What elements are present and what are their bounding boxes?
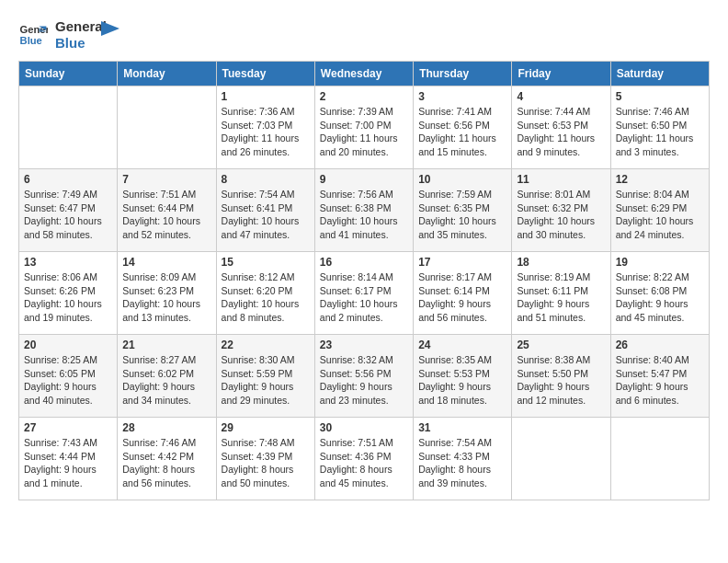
- calendar-cell: 16Sunrise: 8:14 AM Sunset: 6:17 PM Dayli…: [314, 252, 413, 335]
- day-number: 3: [418, 90, 506, 103]
- calendar-cell: 23Sunrise: 8:32 AM Sunset: 5:56 PM Dayli…: [314, 335, 413, 418]
- day-info: Sunrise: 8:22 AM Sunset: 6:08 PM Dayligh…: [616, 270, 704, 325]
- calendar-cell: [512, 418, 610, 500]
- calendar-cell: 30Sunrise: 7:51 AM Sunset: 4:36 PM Dayli…: [314, 418, 413, 500]
- header-sunday: Sunday: [19, 62, 118, 86]
- day-info: Sunrise: 8:32 AM Sunset: 5:56 PM Dayligh…: [320, 353, 408, 408]
- calendar-cell: 26Sunrise: 8:40 AM Sunset: 5:47 PM Dayli…: [610, 335, 709, 418]
- day-info: Sunrise: 8:40 AM Sunset: 5:47 PM Dayligh…: [616, 353, 704, 408]
- day-number: 2: [320, 90, 408, 103]
- header-saturday: Saturday: [610, 62, 709, 86]
- calendar-cell: [610, 418, 709, 500]
- logo-general: General: [55, 18, 107, 35]
- day-number: 18: [517, 256, 605, 269]
- day-info: Sunrise: 8:01 AM Sunset: 6:32 PM Dayligh…: [517, 188, 605, 242]
- calendar-cell: 20Sunrise: 8:25 AM Sunset: 6:05 PM Dayli…: [19, 335, 118, 418]
- day-number: 19: [616, 256, 704, 269]
- calendar-header-row: SundayMondayTuesdayWednesdayThursdayFrid…: [19, 62, 710, 86]
- day-number: 10: [418, 173, 506, 186]
- day-number: 28: [122, 421, 210, 434]
- day-number: 30: [320, 421, 408, 434]
- day-number: 7: [122, 173, 210, 186]
- calendar-cell: [118, 86, 216, 169]
- day-info: Sunrise: 8:35 AM Sunset: 5:53 PM Dayligh…: [418, 353, 506, 408]
- day-number: 31: [418, 421, 506, 434]
- day-number: 9: [320, 173, 408, 186]
- calendar-table: SundayMondayTuesdayWednesdayThursdayFrid…: [18, 61, 710, 500]
- day-info: Sunrise: 7:59 AM Sunset: 6:35 PM Dayligh…: [418, 188, 506, 242]
- day-number: 5: [616, 90, 704, 103]
- calendar-cell: 27Sunrise: 7:43 AM Sunset: 4:44 PM Dayli…: [19, 418, 118, 500]
- calendar-cell: 31Sunrise: 7:54 AM Sunset: 4:33 PM Dayli…: [414, 418, 512, 500]
- calendar-week-row: 13Sunrise: 8:06 AM Sunset: 6:26 PM Dayli…: [19, 252, 710, 335]
- day-info: Sunrise: 8:06 AM Sunset: 6:26 PM Dayligh…: [24, 270, 112, 325]
- day-info: Sunrise: 7:56 AM Sunset: 6:38 PM Dayligh…: [320, 188, 408, 242]
- day-info: Sunrise: 8:04 AM Sunset: 6:29 PM Dayligh…: [616, 188, 704, 242]
- day-number: 26: [616, 339, 704, 351]
- day-info: Sunrise: 8:17 AM Sunset: 6:14 PM Dayligh…: [418, 270, 506, 325]
- calendar-cell: 3Sunrise: 7:41 AM Sunset: 6:56 PM Daylig…: [414, 86, 512, 169]
- day-number: 21: [122, 339, 210, 351]
- calendar-cell: 5Sunrise: 7:46 AM Sunset: 6:50 PM Daylig…: [610, 86, 709, 169]
- calendar-cell: [19, 86, 118, 169]
- calendar-cell: 11Sunrise: 8:01 AM Sunset: 6:32 PM Dayli…: [512, 169, 610, 252]
- calendar-cell: 8Sunrise: 7:54 AM Sunset: 6:41 PM Daylig…: [216, 169, 314, 252]
- header-monday: Monday: [118, 62, 216, 86]
- svg-text:Blue: Blue: [20, 35, 42, 46]
- day-info: Sunrise: 8:14 AM Sunset: 6:17 PM Dayligh…: [320, 270, 408, 325]
- day-number: 13: [24, 256, 112, 269]
- calendar-cell: 9Sunrise: 7:56 AM Sunset: 6:38 PM Daylig…: [314, 169, 413, 252]
- logo-arrow-icon: [101, 21, 119, 40]
- calendar-week-row: 27Sunrise: 7:43 AM Sunset: 4:44 PM Dayli…: [19, 418, 710, 500]
- day-info: Sunrise: 7:49 AM Sunset: 6:47 PM Dayligh…: [24, 188, 112, 242]
- header-wednesday: Wednesday: [314, 62, 413, 86]
- day-number: 20: [24, 339, 112, 351]
- day-number: 16: [320, 256, 408, 269]
- day-info: Sunrise: 8:30 AM Sunset: 5:59 PM Dayligh…: [222, 353, 310, 408]
- header-thursday: Thursday: [414, 62, 512, 86]
- day-number: 1: [222, 90, 310, 103]
- calendar-cell: 15Sunrise: 8:12 AM Sunset: 6:20 PM Dayli…: [216, 252, 314, 335]
- calendar-cell: 22Sunrise: 8:30 AM Sunset: 5:59 PM Dayli…: [216, 335, 314, 418]
- logo: General Blue General Blue: [18, 18, 119, 52]
- day-info: Sunrise: 7:41 AM Sunset: 6:56 PM Dayligh…: [418, 105, 506, 159]
- day-info: Sunrise: 8:12 AM Sunset: 6:20 PM Dayligh…: [222, 270, 310, 325]
- calendar-week-row: 20Sunrise: 8:25 AM Sunset: 6:05 PM Dayli…: [19, 335, 710, 418]
- day-number: 4: [517, 90, 605, 103]
- svg-marker-4: [101, 21, 119, 36]
- calendar-week-row: 6Sunrise: 7:49 AM Sunset: 6:47 PM Daylig…: [19, 169, 710, 252]
- calendar-cell: 13Sunrise: 8:06 AM Sunset: 6:26 PM Dayli…: [19, 252, 118, 335]
- day-number: 6: [24, 173, 112, 186]
- day-info: Sunrise: 7:39 AM Sunset: 7:00 PM Dayligh…: [320, 105, 408, 159]
- day-info: Sunrise: 7:51 AM Sunset: 4:36 PM Dayligh…: [320, 436, 408, 490]
- day-info: Sunrise: 7:36 AM Sunset: 7:03 PM Dayligh…: [222, 105, 310, 159]
- calendar-cell: 25Sunrise: 8:38 AM Sunset: 5:50 PM Dayli…: [512, 335, 610, 418]
- day-number: 24: [418, 339, 506, 351]
- day-number: 8: [222, 173, 310, 186]
- day-info: Sunrise: 8:27 AM Sunset: 6:02 PM Dayligh…: [122, 353, 210, 408]
- header-friday: Friday: [512, 62, 610, 86]
- day-number: 12: [616, 173, 704, 186]
- header-tuesday: Tuesday: [216, 62, 314, 86]
- day-info: Sunrise: 8:38 AM Sunset: 5:50 PM Dayligh…: [517, 353, 605, 408]
- calendar-week-row: 1Sunrise: 7:36 AM Sunset: 7:03 PM Daylig…: [19, 86, 710, 169]
- calendar-cell: 19Sunrise: 8:22 AM Sunset: 6:08 PM Dayli…: [610, 252, 709, 335]
- calendar-cell: 29Sunrise: 7:48 AM Sunset: 4:39 PM Dayli…: [216, 418, 314, 500]
- day-number: 25: [517, 339, 605, 351]
- day-info: Sunrise: 8:19 AM Sunset: 6:11 PM Dayligh…: [517, 270, 605, 325]
- calendar-cell: 28Sunrise: 7:46 AM Sunset: 4:42 PM Dayli…: [118, 418, 216, 500]
- day-info: Sunrise: 7:48 AM Sunset: 4:39 PM Dayligh…: [222, 436, 310, 490]
- day-info: Sunrise: 7:51 AM Sunset: 6:44 PM Dayligh…: [122, 188, 210, 242]
- calendar-cell: 4Sunrise: 7:44 AM Sunset: 6:53 PM Daylig…: [512, 86, 610, 169]
- day-number: 14: [122, 256, 210, 269]
- calendar-cell: 10Sunrise: 7:59 AM Sunset: 6:35 PM Dayli…: [414, 169, 512, 252]
- day-info: Sunrise: 7:54 AM Sunset: 4:33 PM Dayligh…: [418, 436, 506, 490]
- day-info: Sunrise: 7:46 AM Sunset: 6:50 PM Dayligh…: [616, 105, 704, 159]
- calendar-cell: 1Sunrise: 7:36 AM Sunset: 7:03 PM Daylig…: [216, 86, 314, 169]
- day-info: Sunrise: 7:46 AM Sunset: 4:42 PM Dayligh…: [122, 436, 210, 490]
- calendar-cell: 24Sunrise: 8:35 AM Sunset: 5:53 PM Dayli…: [414, 335, 512, 418]
- logo-blue: Blue: [55, 35, 107, 52]
- calendar-cell: 12Sunrise: 8:04 AM Sunset: 6:29 PM Dayli…: [610, 169, 709, 252]
- day-number: 15: [222, 256, 310, 269]
- calendar-cell: 2Sunrise: 7:39 AM Sunset: 7:00 PM Daylig…: [314, 86, 413, 169]
